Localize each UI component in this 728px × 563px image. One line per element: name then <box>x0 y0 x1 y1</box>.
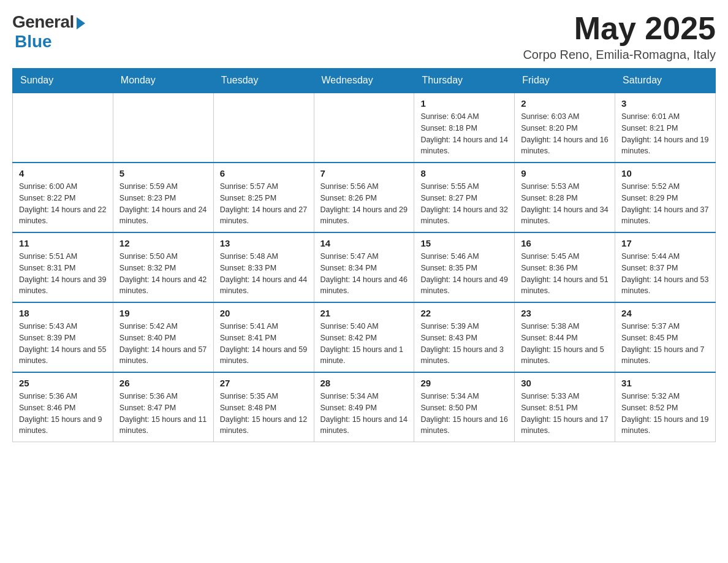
calendar-day-header: Tuesday <box>213 69 314 93</box>
header: General Blue May 2025 Corpo Reno, Emilia… <box>12 12 716 62</box>
calendar-day-cell: 13Sunrise: 5:48 AM Sunset: 8:33 PM Dayli… <box>213 232 314 302</box>
calendar-day-cell: 24Sunrise: 5:37 AM Sunset: 8:45 PM Dayli… <box>615 302 716 372</box>
day-info: Sunrise: 5:46 AM Sunset: 8:35 PM Dayligh… <box>420 251 508 297</box>
day-info: Sunrise: 5:52 AM Sunset: 8:29 PM Dayligh… <box>621 181 709 227</box>
calendar-week-row: 11Sunrise: 5:51 AM Sunset: 8:31 PM Dayli… <box>13 232 716 302</box>
day-number: 24 <box>621 308 709 318</box>
day-number: 1 <box>420 98 508 109</box>
day-number: 31 <box>621 378 709 388</box>
calendar-day-cell: 5Sunrise: 5:59 AM Sunset: 8:23 PM Daylig… <box>113 163 213 232</box>
calendar-day-cell: 21Sunrise: 5:40 AM Sunset: 8:42 PM Dayli… <box>314 302 414 372</box>
day-info: Sunrise: 5:32 AM Sunset: 8:52 PM Dayligh… <box>621 391 709 437</box>
month-year-title: May 2025 <box>523 12 716 44</box>
calendar-day-cell: 6Sunrise: 5:57 AM Sunset: 8:25 PM Daylig… <box>213 163 314 232</box>
calendar-day-cell: 9Sunrise: 5:53 AM Sunset: 8:28 PM Daylig… <box>515 163 615 232</box>
day-number: 2 <box>521 98 609 109</box>
day-info: Sunrise: 5:35 AM Sunset: 8:48 PM Dayligh… <box>220 391 308 437</box>
calendar-day-cell: 12Sunrise: 5:50 AM Sunset: 8:32 PM Dayli… <box>113 232 213 302</box>
day-info: Sunrise: 5:39 AM Sunset: 8:43 PM Dayligh… <box>420 321 508 367</box>
day-number: 6 <box>220 168 308 178</box>
day-number: 23 <box>521 308 609 318</box>
title-area: May 2025 Corpo Reno, Emilia-Romagna, Ita… <box>523 12 716 62</box>
day-info: Sunrise: 5:47 AM Sunset: 8:34 PM Dayligh… <box>320 251 408 297</box>
day-info: Sunrise: 6:04 AM Sunset: 8:18 PM Dayligh… <box>420 111 508 157</box>
calendar-day-cell: 31Sunrise: 5:32 AM Sunset: 8:52 PM Dayli… <box>615 372 716 442</box>
day-number: 10 <box>621 168 709 178</box>
calendar-table: SundayMondayTuesdayWednesdayThursdayFrid… <box>12 68 716 442</box>
calendar-day-cell: 17Sunrise: 5:44 AM Sunset: 8:37 PM Dayli… <box>615 232 716 302</box>
day-info: Sunrise: 5:33 AM Sunset: 8:51 PM Dayligh… <box>521 391 609 437</box>
calendar-day-header: Wednesday <box>314 69 414 93</box>
day-number: 8 <box>420 168 508 178</box>
logo: General Blue <box>12 12 85 52</box>
day-number: 26 <box>119 378 207 388</box>
day-number: 9 <box>521 168 609 178</box>
day-number: 11 <box>19 238 107 248</box>
day-info: Sunrise: 5:38 AM Sunset: 8:44 PM Dayligh… <box>521 321 609 367</box>
calendar-day-cell: 3Sunrise: 6:01 AM Sunset: 8:21 PM Daylig… <box>615 93 716 163</box>
calendar-body: 1Sunrise: 6:04 AM Sunset: 8:18 PM Daylig… <box>13 93 716 442</box>
calendar-day-header: Monday <box>113 69 213 93</box>
day-info: Sunrise: 5:53 AM Sunset: 8:28 PM Dayligh… <box>521 181 609 227</box>
day-info: Sunrise: 5:34 AM Sunset: 8:50 PM Dayligh… <box>420 391 508 437</box>
day-info: Sunrise: 5:51 AM Sunset: 8:31 PM Dayligh… <box>19 251 107 297</box>
day-info: Sunrise: 5:41 AM Sunset: 8:41 PM Dayligh… <box>220 321 308 367</box>
calendar-day-header: Thursday <box>414 69 515 93</box>
day-info: Sunrise: 5:44 AM Sunset: 8:37 PM Dayligh… <box>621 251 709 297</box>
calendar-day-cell: 26Sunrise: 5:36 AM Sunset: 8:47 PM Dayli… <box>113 372 213 442</box>
day-number: 13 <box>220 238 308 248</box>
calendar-day-cell <box>213 93 314 163</box>
calendar-header-row: SundayMondayTuesdayWednesdayThursdayFrid… <box>13 69 716 93</box>
calendar-week-row: 25Sunrise: 5:36 AM Sunset: 8:46 PM Dayli… <box>13 372 716 442</box>
day-info: Sunrise: 5:42 AM Sunset: 8:40 PM Dayligh… <box>119 321 207 367</box>
calendar-day-header: Saturday <box>615 69 716 93</box>
day-number: 28 <box>320 378 408 388</box>
calendar-day-cell: 30Sunrise: 5:33 AM Sunset: 8:51 PM Dayli… <box>515 372 615 442</box>
calendar-day-cell: 29Sunrise: 5:34 AM Sunset: 8:50 PM Dayli… <box>414 372 515 442</box>
calendar-week-row: 1Sunrise: 6:04 AM Sunset: 8:18 PM Daylig… <box>13 93 716 163</box>
logo-blue-text: Blue <box>15 32 52 52</box>
calendar-day-cell <box>314 93 414 163</box>
day-info: Sunrise: 5:45 AM Sunset: 8:36 PM Dayligh… <box>521 251 609 297</box>
day-info: Sunrise: 5:55 AM Sunset: 8:27 PM Dayligh… <box>420 181 508 227</box>
calendar-day-cell: 1Sunrise: 6:04 AM Sunset: 8:18 PM Daylig… <box>414 93 515 163</box>
day-number: 20 <box>220 308 308 318</box>
day-number: 25 <box>19 378 107 388</box>
calendar-day-cell: 2Sunrise: 6:03 AM Sunset: 8:20 PM Daylig… <box>515 93 615 163</box>
calendar-day-cell: 28Sunrise: 5:34 AM Sunset: 8:49 PM Dayli… <box>314 372 414 442</box>
day-number: 21 <box>320 308 408 318</box>
day-number: 4 <box>19 168 107 178</box>
day-number: 27 <box>220 378 308 388</box>
day-info: Sunrise: 5:50 AM Sunset: 8:32 PM Dayligh… <box>119 251 207 297</box>
day-number: 19 <box>119 308 207 318</box>
logo-arrow-icon <box>77 17 85 29</box>
calendar-day-cell: 27Sunrise: 5:35 AM Sunset: 8:48 PM Dayli… <box>213 372 314 442</box>
day-info: Sunrise: 5:48 AM Sunset: 8:33 PM Dayligh… <box>220 251 308 297</box>
calendar-day-cell <box>13 93 113 163</box>
calendar-day-cell: 7Sunrise: 5:56 AM Sunset: 8:26 PM Daylig… <box>314 163 414 232</box>
day-info: Sunrise: 6:00 AM Sunset: 8:22 PM Dayligh… <box>19 181 107 227</box>
day-info: Sunrise: 5:56 AM Sunset: 8:26 PM Dayligh… <box>320 181 408 227</box>
calendar-day-cell: 11Sunrise: 5:51 AM Sunset: 8:31 PM Dayli… <box>13 232 113 302</box>
day-info: Sunrise: 5:57 AM Sunset: 8:25 PM Dayligh… <box>220 181 308 227</box>
day-info: Sunrise: 5:34 AM Sunset: 8:49 PM Dayligh… <box>320 391 408 437</box>
calendar-day-cell: 4Sunrise: 6:00 AM Sunset: 8:22 PM Daylig… <box>13 163 113 232</box>
day-number: 22 <box>420 308 508 318</box>
day-info: Sunrise: 5:59 AM Sunset: 8:23 PM Dayligh… <box>119 181 207 227</box>
calendar-day-cell <box>113 93 213 163</box>
calendar-day-cell: 19Sunrise: 5:42 AM Sunset: 8:40 PM Dayli… <box>113 302 213 372</box>
calendar-day-cell: 15Sunrise: 5:46 AM Sunset: 8:35 PM Dayli… <box>414 232 515 302</box>
calendar-day-cell: 14Sunrise: 5:47 AM Sunset: 8:34 PM Dayli… <box>314 232 414 302</box>
day-info: Sunrise: 5:36 AM Sunset: 8:47 PM Dayligh… <box>119 391 207 437</box>
calendar-day-cell: 23Sunrise: 5:38 AM Sunset: 8:44 PM Dayli… <box>515 302 615 372</box>
calendar-week-row: 18Sunrise: 5:43 AM Sunset: 8:39 PM Dayli… <box>13 302 716 372</box>
day-number: 16 <box>521 238 609 248</box>
calendar-day-header: Sunday <box>13 69 113 93</box>
day-number: 17 <box>621 238 709 248</box>
calendar-day-header: Friday <box>515 69 615 93</box>
calendar-day-cell: 16Sunrise: 5:45 AM Sunset: 8:36 PM Dayli… <box>515 232 615 302</box>
day-info: Sunrise: 6:03 AM Sunset: 8:20 PM Dayligh… <box>521 111 609 157</box>
day-info: Sunrise: 5:36 AM Sunset: 8:46 PM Dayligh… <box>19 391 107 437</box>
day-number: 14 <box>320 238 408 248</box>
day-number: 29 <box>420 378 508 388</box>
